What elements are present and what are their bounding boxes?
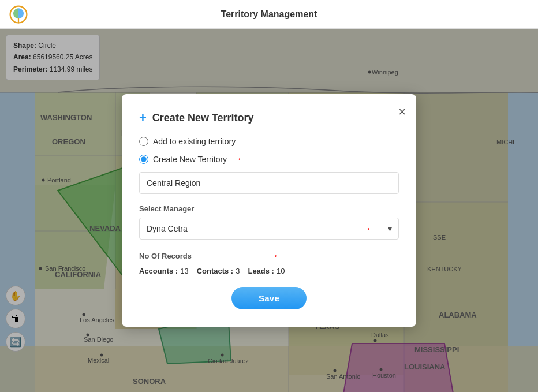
modal-plus-icon: + xyxy=(139,110,147,125)
territory-name-input[interactable] xyxy=(139,172,399,194)
annotation-arrow-1: ← xyxy=(236,153,246,165)
save-button[interactable]: Save xyxy=(231,287,307,309)
radio-new-label[interactable]: Create New Territory xyxy=(153,155,227,164)
modal-close-button[interactable]: × xyxy=(398,104,406,120)
page-title: Territory Management xyxy=(221,9,317,20)
records-section: No Of Records ← Accounts : 13 Contacts :… xyxy=(139,250,399,275)
accounts-label: Accounts : xyxy=(139,267,178,275)
radio-add-existing[interactable] xyxy=(139,137,148,146)
header: Territory Management xyxy=(0,0,538,29)
modal-title: Create New Territory xyxy=(152,112,254,124)
leads-label: Leads : xyxy=(248,267,274,275)
annotation-arrow-2: ← xyxy=(365,223,376,235)
map-container: OREGON IDAHO NEVADA UTAH CALIFORNIA ARIZ… xyxy=(0,29,538,392)
radio-row-new: Create New Territory ← xyxy=(139,153,399,165)
manager-select-wrapper: Dyna Cetra John Smith Jane Doe ▾ ← xyxy=(139,218,399,240)
leads-value: 10 xyxy=(277,267,285,275)
records-row: Accounts : 13 Contacts : 3 Leads : 10 xyxy=(139,267,399,275)
contacts-value: 3 xyxy=(236,267,240,275)
manager-select[interactable]: Dyna Cetra John Smith Jane Doe xyxy=(139,218,399,240)
modal-overlay: + Create New Territory × Add to existing… xyxy=(0,29,538,392)
radio-row-existing: Add to existing territory xyxy=(139,137,399,146)
radio-existing-label[interactable]: Add to existing territory xyxy=(153,137,236,146)
records-section-label: No Of Records xyxy=(139,252,192,260)
modal-header: + Create New Territory xyxy=(139,110,399,125)
app-logo xyxy=(8,4,29,25)
contacts-label: Contacts : xyxy=(197,267,234,275)
annotation-arrow-3: ← xyxy=(272,250,283,262)
accounts-value: 13 xyxy=(180,267,188,275)
radio-create-new[interactable] xyxy=(139,155,148,164)
create-territory-modal: + Create New Territory × Add to existing… xyxy=(122,94,416,327)
select-manager-label: Select Manager xyxy=(139,204,399,213)
